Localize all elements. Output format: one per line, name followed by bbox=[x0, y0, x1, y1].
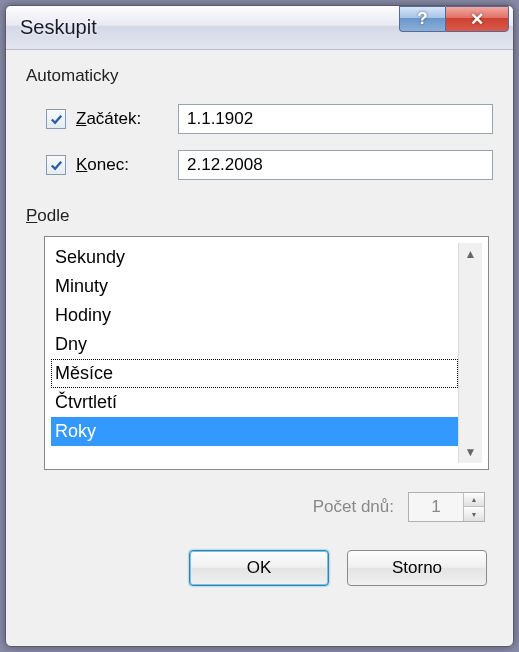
list-item[interactable]: Hodiny bbox=[51, 301, 458, 330]
cancel-button[interactable]: Storno bbox=[347, 550, 487, 586]
window-title: Seskupit bbox=[20, 16, 399, 39]
end-checkbox[interactable] bbox=[46, 155, 66, 175]
spinner-buttons: ▲ ▼ bbox=[463, 493, 484, 521]
list-item[interactable]: Minuty bbox=[51, 272, 458, 301]
checkmark-icon bbox=[49, 158, 64, 173]
auto-section-label: Automaticky bbox=[26, 66, 493, 86]
help-icon: ? bbox=[417, 9, 427, 29]
close-icon: ✕ bbox=[470, 9, 484, 30]
start-input[interactable] bbox=[178, 104, 493, 134]
scroll-down-icon: ▼ bbox=[465, 445, 477, 459]
count-input bbox=[409, 493, 463, 521]
listbox-items: SekundyMinutyHodinyDnyMěsíceČtvrtletíRok… bbox=[51, 243, 458, 463]
list-item[interactable]: Roky bbox=[51, 417, 458, 446]
list-item[interactable]: Sekundy bbox=[51, 243, 458, 272]
close-button[interactable]: ✕ bbox=[445, 6, 509, 32]
count-row: Počet dnů: ▲ ▼ bbox=[26, 492, 485, 522]
end-input[interactable] bbox=[178, 150, 493, 180]
spinner-down[interactable]: ▼ bbox=[464, 507, 484, 521]
titlebar-buttons: ? ✕ bbox=[399, 6, 509, 32]
start-checkbox[interactable] bbox=[46, 109, 66, 129]
count-spinner: ▲ ▼ bbox=[408, 492, 485, 522]
list-item[interactable]: Dny bbox=[51, 330, 458, 359]
help-button[interactable]: ? bbox=[399, 6, 445, 32]
end-row: Konec: bbox=[46, 150, 493, 180]
end-label: Konec: bbox=[76, 155, 168, 175]
listbox[interactable]: SekundyMinutyHodinyDnyMěsíceČtvrtletíRok… bbox=[44, 236, 489, 470]
dialog-buttons: OK Storno bbox=[26, 550, 487, 586]
dialog-body: Automaticky Začátek: Konec: Podle Sekund… bbox=[6, 50, 513, 646]
list-item[interactable]: Čtvrtletí bbox=[51, 388, 458, 417]
by-label: Podle bbox=[26, 206, 493, 226]
start-row: Začátek: bbox=[46, 104, 493, 134]
spinner-up[interactable]: ▲ bbox=[464, 493, 484, 507]
list-item[interactable]: Měsíce bbox=[51, 359, 458, 388]
start-label: Začátek: bbox=[76, 109, 168, 129]
by-section: Podle SekundyMinutyHodinyDnyMěsíceČtvrtl… bbox=[26, 206, 493, 470]
scroll-up-icon: ▲ bbox=[465, 247, 477, 261]
count-label: Počet dnů: bbox=[313, 497, 394, 517]
titlebar: Seskupit ? ✕ bbox=[6, 6, 513, 50]
group-dialog: Seskupit ? ✕ Automaticky Začátek: Konec: bbox=[5, 5, 514, 647]
checkmark-icon bbox=[49, 112, 64, 127]
ok-button[interactable]: OK bbox=[189, 550, 329, 586]
listbox-scrollbar[interactable]: ▲ ▼ bbox=[458, 243, 482, 463]
